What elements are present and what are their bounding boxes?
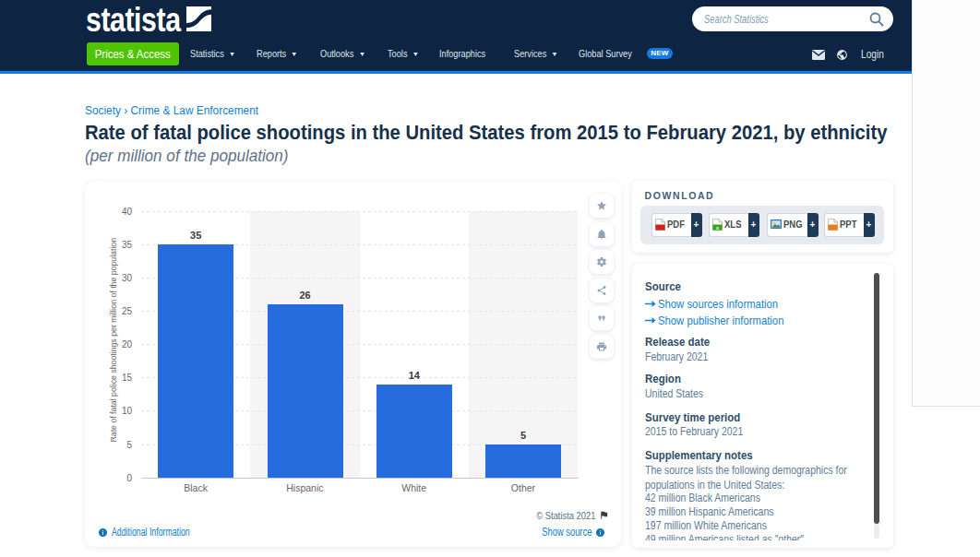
svg-text:x: x bbox=[716, 225, 719, 231]
